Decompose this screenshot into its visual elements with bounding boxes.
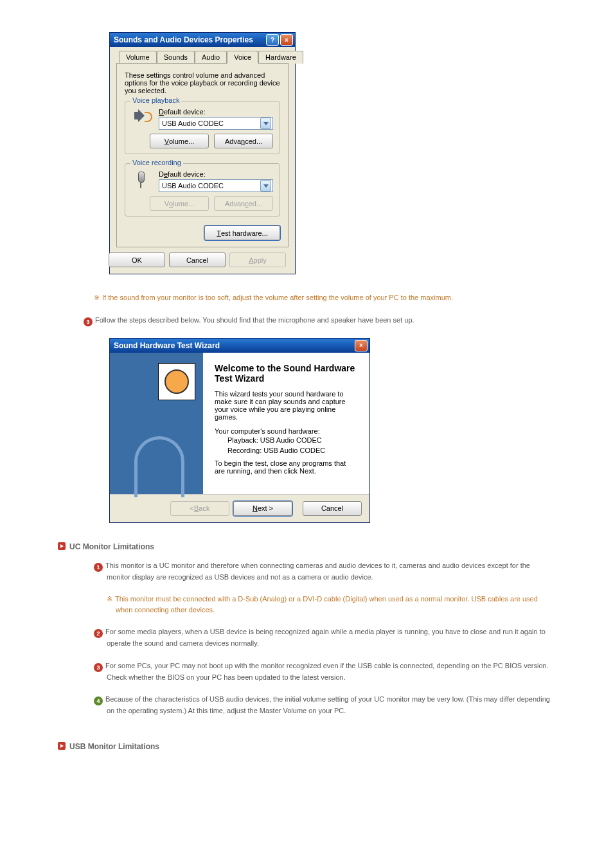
step-3-text: 3Follow the steps described below. You s… xyxy=(84,315,555,326)
section-arrow-icon xyxy=(58,742,66,750)
wizard-begin-text: To begin the test, close any programs th… xyxy=(215,459,357,475)
voice-tab-panel: These settings control volume and advanc… xyxy=(116,63,289,247)
dropdown-arrow-icon[interactable] xyxy=(260,118,271,129)
uc-item-2: 2For some media players, when a USB devi… xyxy=(94,626,555,649)
usb-limitations-heading: USB Monitor Limitations xyxy=(58,742,555,751)
uc-bullet-2: 2 xyxy=(94,629,103,638)
recording-device-value: USB Audio CODEC xyxy=(162,182,224,190)
uc-item-1: 1This monitor is a UC monitor and theref… xyxy=(94,560,555,583)
close-icon[interactable]: × xyxy=(280,34,293,46)
uc-bullet-3: 3 xyxy=(94,663,103,672)
step-3-bullet: 3 xyxy=(84,317,93,326)
wizard-cancel-button[interactable]: Cancel xyxy=(303,501,362,516)
wizard-back-button: < Back xyxy=(170,501,229,516)
wizard-headphone-graphic xyxy=(134,436,184,497)
test-hardware-button[interactable]: Test hardware... xyxy=(204,226,280,240)
note-soft-sound: ※If the sound from your monitor is too s… xyxy=(94,292,555,303)
wizard-recording-device: Recording: USB Audio CODEC xyxy=(227,447,357,454)
wizard-heading: Welcome to the Sound Hardware Test Wizar… xyxy=(215,363,357,384)
window-title: Sounds and Audio Devices Properties xyxy=(114,35,266,44)
wizard-next-button[interactable]: Next > xyxy=(233,501,292,516)
help-icon[interactable]: ? xyxy=(266,34,279,46)
uc-bullet-4: 4 xyxy=(94,696,103,705)
wizard-intro: This wizard tests your sound hardware to… xyxy=(215,390,357,421)
tab-audio[interactable]: Audio xyxy=(195,51,227,64)
voice-playback-group: Voice playback Default device: USB Audio… xyxy=(125,101,280,154)
uc-bullet-1: 1 xyxy=(94,563,103,572)
uc-item-3: 3For some PCs, your PC may not boot up w… xyxy=(94,660,555,683)
wizard-side-graphic xyxy=(110,353,203,494)
tab-volume[interactable]: Volume xyxy=(119,51,157,64)
wizard-hardware-label: Your computer's sound hardware: xyxy=(215,427,357,435)
uc-limitations-heading: UC Monitor Limitations xyxy=(58,542,555,551)
playback-device-label: Default device: xyxy=(159,108,273,116)
wizard-title: Sound Hardware Test Wizard xyxy=(114,341,355,350)
reference-mark-icon: ※ xyxy=(107,595,112,603)
tab-strip: Volume Sounds Audio Voice Hardware xyxy=(116,51,289,64)
tab-hardware[interactable]: Hardware xyxy=(258,51,303,64)
playback-device-select[interactable]: USB Audio CODEC xyxy=(159,117,273,130)
wizard-speaker-image xyxy=(158,363,195,400)
playback-volume-button[interactable]: Volume... xyxy=(150,134,209,148)
section-arrow-icon xyxy=(58,542,66,550)
recording-volume-button: Volume... xyxy=(150,196,209,211)
microphone-icon xyxy=(132,170,152,191)
voice-tab-desc: These settings control volume and advanc… xyxy=(125,71,280,94)
ok-button[interactable]: OK xyxy=(109,252,165,267)
uc-item-4: 4Because of the characteristics of USB a… xyxy=(94,694,555,716)
recording-device-select[interactable]: USB Audio CODEC xyxy=(159,179,273,192)
close-icon[interactable]: × xyxy=(355,340,368,351)
wizard-playback-device: Playback: USB Audio CODEC xyxy=(227,436,357,444)
speaker-icon xyxy=(132,108,152,128)
wizard-titlebar: Sound Hardware Test Wizard × xyxy=(110,339,369,353)
voice-playback-legend: Voice playback xyxy=(130,96,181,104)
apply-button: Apply xyxy=(229,252,286,267)
uc-item-1-note: ※This monitor must be connected with a D… xyxy=(107,594,555,615)
tab-voice[interactable]: Voice xyxy=(227,51,258,64)
window-titlebar: Sounds and Audio Devices Properties ? × xyxy=(110,33,295,47)
sounds-audio-devices-window: Sounds and Audio Devices Properties ? × … xyxy=(109,32,296,274)
reference-mark-icon: ※ xyxy=(94,294,100,301)
sound-hardware-test-wizard-window: Sound Hardware Test Wizard × Welcome to … xyxy=(109,338,370,523)
voice-recording-legend: Voice recording xyxy=(130,159,183,166)
voice-recording-group: Voice recording Default device: USB Audi… xyxy=(125,163,280,217)
tab-sounds[interactable]: Sounds xyxy=(157,51,195,64)
dropdown-arrow-icon[interactable] xyxy=(260,180,271,191)
playback-advanced-button[interactable]: Advanced... xyxy=(214,134,273,148)
cancel-button[interactable]: Cancel xyxy=(169,252,226,267)
recording-advanced-button: Advanced... xyxy=(214,196,273,211)
playback-device-value: USB Audio CODEC xyxy=(162,120,224,127)
recording-device-label: Default device: xyxy=(159,170,273,178)
